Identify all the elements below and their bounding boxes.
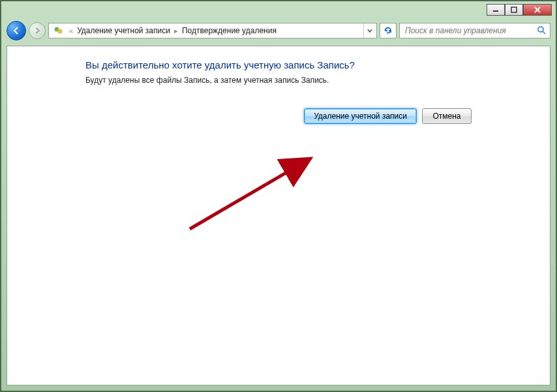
annotation-arrow <box>183 151 327 235</box>
svg-rect-1 <box>511 7 517 12</box>
search-box[interactable] <box>399 23 550 38</box>
address-bar[interactable]: « Удаление учетной записи ▸ Подтверждени… <box>48 23 377 38</box>
maximize-button[interactable] <box>505 4 523 16</box>
cancel-button[interactable]: Отмена <box>422 108 472 124</box>
minimize-button[interactable] <box>487 4 505 16</box>
breadcrumb-seg-delete-account[interactable]: Удаление учетной записи <box>75 26 172 35</box>
svg-line-7 <box>543 31 545 34</box>
window-frame: « Удаление учетной записи ▸ Подтверждени… <box>0 0 557 392</box>
svg-point-6 <box>538 27 543 32</box>
search-input[interactable] <box>404 25 537 36</box>
breadcrumb-overflow[interactable]: « <box>69 27 73 35</box>
close-button[interactable] <box>523 4 552 16</box>
page-heading: Вы действительно хотите удалить учетную … <box>85 59 472 70</box>
forward-button <box>29 22 46 39</box>
breadcrumb-seg-confirm[interactable]: Подтверждение удаления <box>180 26 278 35</box>
titlebar-controls <box>487 4 552 16</box>
content-pane: Вы действительно хотите удалить учетную … <box>7 46 550 385</box>
navigation-bar: « Удаление учетной записи ▸ Подтверждени… <box>7 20 550 42</box>
search-icon[interactable] <box>537 25 546 37</box>
page-description: Будут удалены все файлы Запись, а затем … <box>85 76 472 85</box>
svg-line-8 <box>190 158 310 229</box>
control-panel-icon <box>53 25 65 37</box>
delete-account-button[interactable]: Удаление учетной записи <box>304 108 417 124</box>
refresh-button[interactable] <box>380 23 397 38</box>
back-button[interactable] <box>7 21 26 40</box>
breadcrumb-separator-icon: ▸ <box>174 27 178 35</box>
address-dropdown[interactable] <box>363 23 375 38</box>
svg-point-5 <box>58 29 63 34</box>
button-row: Удаление учетной записи Отмена <box>85 108 472 124</box>
